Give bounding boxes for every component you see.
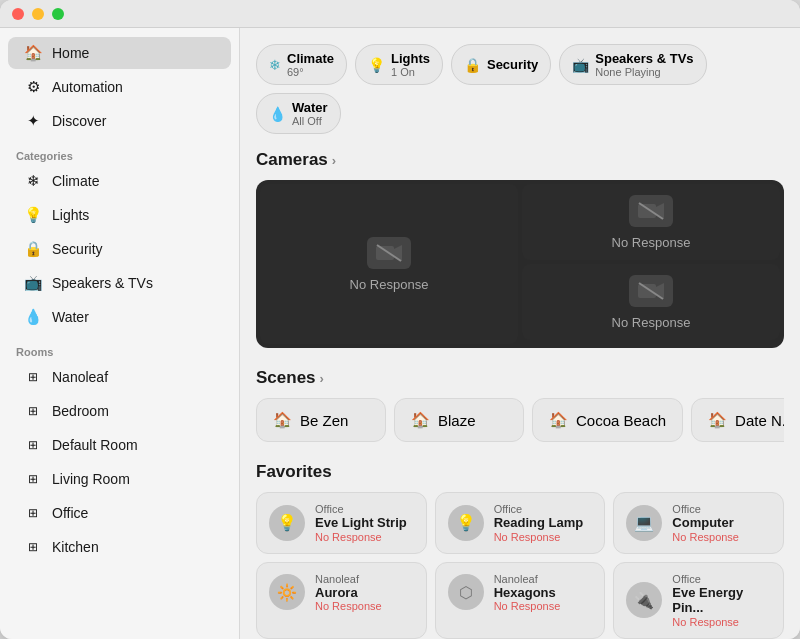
sidebar-item-bedroom[interactable]: ⊞ Bedroom <box>8 395 231 427</box>
fav-name-5: Hexagons <box>494 585 593 601</box>
scene-card-cocoa-beach[interactable]: 🏠 Cocoa Beach <box>532 398 683 442</box>
camera-cell-2[interactable]: No Response <box>522 184 780 260</box>
scene-cocoa-beach-icon: 🏠 <box>549 411 568 429</box>
favorites-section-label: Favorites <box>256 462 332 482</box>
fav-status-1: No Response <box>315 531 414 543</box>
status-pill-climate[interactable]: ❄ Climate 69° <box>256 44 347 85</box>
scenes-row: 🏠 Be Zen 🏠 Blaze 🏠 Cocoa Beach 🏠 Date N.… <box>256 398 784 442</box>
camera-cell-3[interactable]: No Response <box>522 264 780 340</box>
security-status-label: Security <box>487 57 538 72</box>
camera-grid: No Response No Response <box>256 180 784 348</box>
office-icon: ⊞ <box>24 504 42 522</box>
living-room-icon: ⊞ <box>24 470 42 488</box>
bedroom-icon: ⊞ <box>24 402 42 420</box>
sidebar-item-automation[interactable]: ⚙ Automation <box>8 71 231 103</box>
sidebar-item-living[interactable]: ⊞ Living Room <box>8 463 231 495</box>
rooms-section-label: Rooms <box>0 338 239 360</box>
cameras-chevron-icon: › <box>332 153 336 168</box>
status-pill-speakers[interactable]: 📺 Speakers & TVs None Playing <box>559 44 706 85</box>
close-button[interactable] <box>12 8 24 20</box>
sidebar-item-home[interactable]: 🏠 Home <box>8 37 231 69</box>
sidebar-item-water[interactable]: 💧 Water <box>8 301 231 333</box>
categories-section-label: Categories <box>0 142 239 164</box>
main-content: ❄ Climate 69° 💡 Lights 1 On 🔒 <box>240 28 800 639</box>
status-pill-water[interactable]: 💧 Water All Off <box>256 93 341 134</box>
fav-name-4: Aurora <box>315 585 414 601</box>
sidebar-item-lights[interactable]: 💡 Lights <box>8 199 231 231</box>
scene-card-be-zen[interactable]: 🏠 Be Zen <box>256 398 386 442</box>
scenes-section-header: Scenes › <box>256 368 784 388</box>
fav-avatar-1: 💡 <box>269 505 305 541</box>
fav-card-eve-light-strip[interactable]: 💡 Office Eve Light Strip No Response <box>256 492 427 554</box>
sidebar-item-climate[interactable]: ❄ Climate <box>8 165 231 197</box>
scene-cocoa-beach-label: Cocoa Beach <box>576 412 666 429</box>
favorites-grid: 💡 Office Eve Light Strip No Response 💡 O… <box>256 492 784 639</box>
sidebar-label-water: Water <box>52 309 89 325</box>
sidebar-item-security[interactable]: 🔒 Security <box>8 233 231 265</box>
lights-icon: 💡 <box>24 206 42 224</box>
sidebar-item-kitchen[interactable]: ⊞ Kitchen <box>8 531 231 563</box>
fav-status-6: No Response <box>672 616 771 628</box>
fav-card-reading-lamp[interactable]: 💡 Office Reading Lamp No Response <box>435 492 606 554</box>
sidebar-label-kitchen: Kitchen <box>52 539 99 555</box>
fav-card-eve-energy[interactable]: 🔌 Office Eve Energy Pin... No Response <box>613 562 784 639</box>
fav-room-6: Office <box>672 573 771 585</box>
fav-card-hexagons[interactable]: ⬡ Nanoleaf Hexagons No Response <box>435 562 606 639</box>
favorites-section-header: Favorites <box>256 462 784 482</box>
maximize-button[interactable] <box>52 8 64 20</box>
speakers-status-icon: 📺 <box>572 57 589 73</box>
fav-room-1: Office <box>315 503 414 515</box>
water-icon: 💧 <box>24 308 42 326</box>
scene-date-n-label: Date N... <box>735 412 784 429</box>
camera-3-icon <box>629 275 673 307</box>
sidebar-label-living: Living Room <box>52 471 130 487</box>
svg-rect-0 <box>376 246 394 260</box>
climate-status-label: Climate <box>287 51 334 66</box>
status-pill-lights[interactable]: 💡 Lights 1 On <box>355 44 443 85</box>
fav-card-inner-3: 💻 Office Computer No Response <box>626 503 771 543</box>
fav-status-4: No Response <box>315 600 414 612</box>
scene-blaze-label: Blaze <box>438 412 476 429</box>
camera-3-status: No Response <box>612 315 691 330</box>
scene-card-date-n[interactable]: 🏠 Date N... <box>691 398 784 442</box>
sidebar-item-default[interactable]: ⊞ Default Room <box>8 429 231 461</box>
minimize-button[interactable] <box>32 8 44 20</box>
scene-card-blaze[interactable]: 🏠 Blaze <box>394 398 524 442</box>
fav-avatar-6: 🔌 <box>626 582 662 618</box>
security-icon: 🔒 <box>24 240 42 258</box>
scenes-section-label: Scenes <box>256 368 316 388</box>
camera-2-icon <box>629 195 673 227</box>
fav-avatar-3: 💻 <box>626 505 662 541</box>
nanoleaf-room-icon: ⊞ <box>24 368 42 386</box>
sidebar-item-discover[interactable]: ✦ Discover <box>8 105 231 137</box>
fav-card-computer[interactable]: 💻 Office Computer No Response <box>613 492 784 554</box>
fav-room-3: Office <box>672 503 771 515</box>
sidebar-label-office: Office <box>52 505 88 521</box>
fav-avatar-4: 🔆 <box>269 574 305 610</box>
fav-avatar-2: 💡 <box>448 505 484 541</box>
sidebar-item-nanoleaf[interactable]: ⊞ Nanoleaf <box>8 361 231 393</box>
sidebar-label-lights: Lights <box>52 207 89 223</box>
sidebar-item-office[interactable]: ⊞ Office <box>8 497 231 529</box>
fav-room-4: Nanoleaf <box>315 573 414 585</box>
speakers-status-sub: None Playing <box>595 66 693 78</box>
fav-info-4: Nanoleaf Aurora No Response <box>315 573 414 613</box>
speakers-icon: 📺 <box>24 274 42 292</box>
fav-name-3: Computer <box>672 515 771 531</box>
lights-status-sub: 1 On <box>391 66 430 78</box>
fav-status-3: No Response <box>672 531 771 543</box>
lights-status-icon: 💡 <box>368 57 385 73</box>
status-pill-security[interactable]: 🔒 Security <box>451 44 551 85</box>
svg-rect-3 <box>638 204 656 218</box>
security-status-icon: 🔒 <box>464 57 481 73</box>
water-status-icon: 💧 <box>269 106 286 122</box>
climate-icon: ❄ <box>24 172 42 190</box>
kitchen-icon: ⊞ <box>24 538 42 556</box>
sidebar-item-speakers[interactable]: 📺 Speakers & TVs <box>8 267 231 299</box>
sidebar-label-speakers: Speakers & TVs <box>52 275 153 291</box>
svg-rect-6 <box>638 284 656 298</box>
fav-status-5: No Response <box>494 600 593 612</box>
fav-card-aurora[interactable]: 🔆 Nanoleaf Aurora No Response <box>256 562 427 639</box>
water-status-sub: All Off <box>292 115 328 127</box>
camera-cell-1[interactable]: No Response <box>260 184 518 344</box>
